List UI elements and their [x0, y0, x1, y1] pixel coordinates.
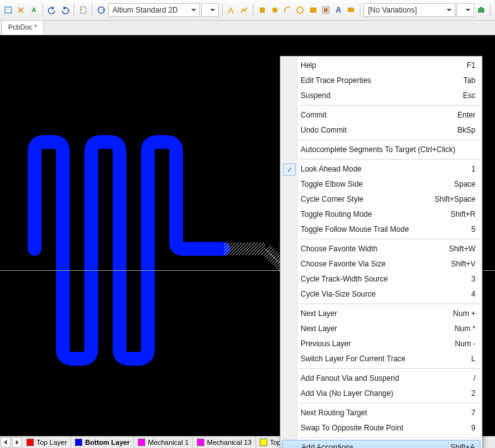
- menu-item[interactable]: CommitEnter: [281, 107, 482, 123]
- check-icon: ✓: [283, 163, 296, 176]
- menu-item-accelerator: Shift+W: [443, 244, 476, 253]
- toolbar-separator: [253, 4, 253, 16]
- menu-item[interactable]: Previous LayerNum -: [281, 336, 482, 351]
- document-tab[interactable]: PcbDoc *: [1, 20, 44, 35]
- menu-item-accelerator: Num -: [448, 339, 476, 348]
- menu-separator: [299, 368, 481, 369]
- menu-item-label: Previous Layer: [301, 339, 448, 348]
- layout-mode-dropdown[interactable]: Altium Standard 2D: [108, 3, 200, 17]
- menu-item[interactable]: Swap To Opposite Route Point9: [281, 420, 482, 435]
- undo-icon[interactable]: [46, 3, 57, 18]
- variations-dropdown[interactable]: [No Variations]: [364, 3, 455, 17]
- layer-tab[interactable]: Top Layer: [23, 437, 71, 448]
- tool-icon[interactable]: [28, 3, 39, 18]
- layer-tab-label: Bottom Layer: [85, 439, 130, 446]
- menu-item[interactable]: ✓Look Ahead Mode1: [281, 161, 482, 177]
- svg-marker-5: [64, 6, 66, 10]
- snapshot-icon[interactable]: [476, 3, 487, 18]
- routing-context-menu: HelpF1Edit Trace PropertiesTabSuspendEsc…: [280, 56, 482, 448]
- svg-rect-20: [478, 8, 484, 13]
- svg-marker-9: [103, 9, 104, 11]
- menu-item[interactable]: Toggle Elbow SideSpace: [281, 177, 482, 192]
- menu-item[interactable]: Autocomplete Segments To Target (Ctrl+Cl…: [281, 142, 482, 157]
- menu-item-accelerator: 4: [465, 290, 476, 298]
- menu-item-accelerator: Esc: [457, 91, 476, 100]
- menu-item[interactable]: Toggle Follow Mouse Trail Mode5: [281, 222, 482, 237]
- svg-marker-23: [4, 440, 7, 445]
- menu-item[interactable]: Add AccordionsShift+A: [282, 440, 481, 448]
- route-icon[interactable]: [238, 3, 250, 18]
- main-toolbar: Altium Standard 2D A [No Variations]: [0, 0, 495, 21]
- layer-nav-prev[interactable]: [1, 437, 11, 447]
- layer-tab[interactable]: Mechanical 1: [134, 437, 193, 448]
- menu-item-accelerator: Space: [448, 180, 476, 188]
- layer-tab[interactable]: Mechanical 13: [193, 437, 256, 448]
- layer-tab[interactable]: Bottom Layer: [71, 437, 134, 448]
- layout-mode-arrow[interactable]: [201, 3, 219, 17]
- tool-icon[interactable]: [3, 3, 14, 18]
- menu-item-accelerator: 2: [465, 389, 476, 398]
- document-tabs: PcbDoc *: [0, 21, 495, 35]
- menu-item-label: Next Layer: [301, 309, 447, 318]
- pad-icon[interactable]: [257, 3, 268, 18]
- menu-item[interactable]: Next LayerNum *: [281, 321, 482, 336]
- arc-icon[interactable]: [282, 3, 293, 18]
- menu-item[interactable]: Switch Layer For Current TraceL: [281, 351, 482, 366]
- via-icon[interactable]: [269, 3, 281, 18]
- menu-item[interactable]: Edit Trace PropertiesTab: [281, 73, 482, 88]
- svg-rect-21: [480, 7, 482, 9]
- menu-separator: [299, 303, 481, 304]
- component-icon[interactable]: [345, 3, 357, 18]
- text-icon[interactable]: A: [333, 3, 344, 18]
- menu-item-label: Commit: [301, 111, 451, 119]
- menu-item[interactable]: Choose Favorite Via SizeShift+V: [281, 256, 482, 271]
- menu-item-label: Toggle Follow Mouse Trail Mode: [301, 225, 465, 234]
- menu-item-accelerator: 9: [465, 423, 476, 432]
- menu-item[interactable]: Choose Favorite WidthShift+W: [281, 241, 482, 256]
- menu-item[interactable]: Cycle Corner StyleShift+Space: [281, 192, 482, 207]
- route-icon[interactable]: [225, 3, 236, 18]
- toolbar-separator: [222, 4, 223, 16]
- menu-item[interactable]: Cycle Track-Width Source3: [281, 271, 482, 287]
- menu-item-accelerator: L: [465, 354, 476, 363]
- menu-item[interactable]: Toggle Routing ModeShift+R: [281, 207, 482, 222]
- menu-item-accelerator: Tab: [457, 76, 476, 85]
- menu-item[interactable]: Next LayerNum +: [281, 306, 482, 321]
- menu-item-label: Cycle Track-Width Source: [301, 275, 465, 283]
- menu-item-label: Choose Favorite Width: [301, 244, 443, 253]
- menu-item-label: Next Routing Target: [301, 408, 465, 417]
- menu-item[interactable]: Cycle Via-Size Source4: [281, 287, 482, 302]
- menu-item[interactable]: Add Via (No Layer Change)2: [281, 386, 482, 401]
- menu-item[interactable]: Add Fanout Via and Suspend/: [281, 371, 482, 386]
- menu-separator: [299, 159, 481, 160]
- menu-item-label: Toggle Elbow Side: [301, 180, 448, 188]
- poly-icon[interactable]: [320, 3, 331, 18]
- menu-separator: [299, 139, 481, 140]
- menu-item-accelerator: Enter: [451, 111, 476, 119]
- menu-item[interactable]: Undo CommitBkSp: [281, 123, 482, 138]
- menu-item[interactable]: SuspendEsc: [281, 88, 482, 103]
- menu-item-accelerator: Shift+R: [444, 210, 476, 219]
- menu-separator: [299, 437, 481, 438]
- layer-nav-next[interactable]: [12, 437, 22, 447]
- region-icon[interactable]: [308, 3, 319, 18]
- menu-item-accelerator: Shift+Space: [428, 195, 476, 204]
- svg-rect-16: [348, 8, 354, 12]
- cycle-icon[interactable]: [96, 3, 107, 18]
- svg-rect-15: [324, 8, 328, 12]
- menu-item[interactable]: HelpF1: [281, 58, 482, 73]
- menu-item-label: Next Layer: [301, 324, 448, 333]
- toolbar-separator: [92, 4, 92, 16]
- menu-item-label: Toggle Routing Mode: [301, 210, 444, 219]
- pcb-canvas[interactable]: HelpF1Edit Trace PropertiesTabSuspendEsc…: [0, 35, 495, 440]
- tool-icon[interactable]: [15, 3, 26, 18]
- script-icon[interactable]: [77, 3, 89, 18]
- redo-icon[interactable]: [59, 3, 70, 18]
- menu-item[interactable]: Next Routing Target7: [281, 405, 482, 420]
- menu-item-accelerator: /: [467, 374, 476, 383]
- fill-icon[interactable]: [294, 3, 306, 18]
- variations-arrow[interactable]: [457, 3, 474, 17]
- svg-rect-0: [5, 7, 11, 13]
- menu-item-label: Choose Favorite Via Size: [301, 260, 445, 268]
- menu-item-label: Help: [301, 61, 460, 70]
